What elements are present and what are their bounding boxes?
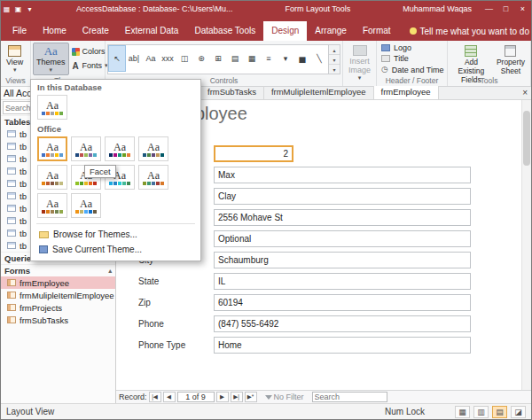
user-name[interactable]: Muhammad Waqas: [403, 4, 472, 13]
datasheet-view-button[interactable]: ▥: [473, 406, 489, 418]
record-search-input[interactable]: [312, 392, 387, 402]
command-button-icon[interactable]: xxx: [160, 46, 176, 71]
ribbon-tab-database-tools[interactable]: Database Tools: [186, 21, 263, 41]
gallery-up-icon[interactable]: ▴: [329, 45, 340, 54]
colors-icon: [72, 48, 80, 56]
label-icon[interactable]: Aa: [143, 46, 159, 71]
theme-thumbnail[interactable]: Aa: [71, 193, 101, 218]
qat-customize-icon[interactable]: ▾: [24, 5, 35, 13]
document-tab-frmemployee[interactable]: frmEmployee: [374, 86, 439, 99]
last-record-button[interactable]: ▶|: [231, 392, 243, 402]
tab-control-icon[interactable]: ◫: [176, 46, 192, 71]
hyperlink-icon[interactable]: ⊛: [193, 46, 209, 71]
save-icon[interactable]: ▣: [12, 5, 24, 13]
field-value-row-1[interactable]: 2: [214, 145, 293, 162]
field-label-phone: Phone: [116, 319, 214, 329]
previous-record-button[interactable]: ◀: [163, 392, 176, 402]
field-value-city[interactable]: Schaumburg: [214, 252, 471, 268]
field-value-row-3[interactable]: Clay: [214, 188, 471, 205]
ribbon-tab-design[interactable]: Design: [263, 21, 307, 41]
filter-status[interactable]: No Filter: [274, 393, 304, 401]
color-chip: [127, 182, 130, 185]
themes-button[interactable]: Aa Themes ▾: [33, 43, 69, 75]
document-tab-frmsubtasks[interactable]: frmSubTasks: [200, 86, 264, 99]
field-value-row-2[interactable]: Max: [214, 167, 471, 183]
theme-thumbnail[interactable]: Aa: [37, 165, 67, 190]
theme-thumbnail[interactable]: Aa: [71, 136, 101, 161]
field-value-phone-type[interactable]: Home: [214, 337, 471, 354]
field-value-state[interactable]: IL: [214, 273, 471, 290]
select-icon[interactable]: ↖: [109, 46, 125, 71]
ribbon-tab-external-data[interactable]: External Data: [117, 21, 187, 41]
theme-thumbnail[interactable]: Aa: [37, 193, 67, 218]
maximize-button[interactable]: □: [497, 1, 514, 17]
themes-office-header: Office: [31, 121, 200, 135]
navigation-control-icon[interactable]: ▤: [227, 46, 243, 71]
option-group-icon[interactable]: ▦: [244, 46, 260, 71]
theme-thumbnail[interactable]: Aa: [138, 136, 168, 161]
design-view-button[interactable]: ◪: [511, 406, 526, 418]
layout-view-button[interactable]: ▤: [492, 406, 507, 418]
line-icon[interactable]: ╲: [311, 46, 327, 71]
ribbon-tab-bar: FileHomeCreateExternal DataDatabase Tool…: [1, 17, 531, 41]
page-break-icon[interactable]: ≡: [261, 46, 277, 71]
form-view-button[interactable]: ▦: [455, 406, 470, 418]
gallery-more-icon[interactable]: ▾: [329, 65, 340, 74]
ribbon-tab-home[interactable]: Home: [35, 21, 74, 41]
divider: [36, 223, 195, 224]
nav-item-frmemployee[interactable]: frmEmployee: [1, 276, 115, 289]
theme-thumbnail[interactable]: Aa: [105, 136, 135, 161]
document-tab-frmmulipleitemlemployee[interactable]: frmMulipleItemlEmployee: [264, 86, 374, 99]
property-sheet-label-2: Sheet: [501, 66, 520, 75]
nav-item-frmprojects[interactable]: frmProjects: [1, 301, 115, 314]
nav-item-frmmulipleitemlemployee[interactable]: frmMulipleItemlEmployee: [1, 289, 115, 301]
tell-me-box[interactable]: Tell me what you want to do: [410, 21, 529, 41]
date-time-button[interactable]: ◷ Date and Time: [379, 65, 446, 75]
field-value-row-5[interactable]: Optional: [214, 230, 471, 247]
field-value-phone[interactable]: (847) 555-6492: [214, 315, 471, 332]
form-row-phone-type: Phone TypeHome: [116, 337, 519, 354]
minimize-button[interactable]: —: [481, 1, 497, 17]
view-button[interactable]: View ▾: [3, 43, 27, 75]
close-document-icon[interactable]: ×: [522, 88, 528, 97]
insert-image-button[interactable]: Insert Image ▾: [345, 43, 374, 83]
chart-icon[interactable]: ▅: [294, 46, 310, 71]
field-value-zip[interactable]: 60194: [214, 294, 471, 311]
logo-button[interactable]: Logo: [379, 43, 414, 53]
property-sheet-button[interactable]: Property Sheet: [493, 43, 528, 78]
ribbon-tab-format[interactable]: Format: [355, 21, 399, 41]
record-position[interactable]: 1 of 9: [177, 392, 215, 402]
color-chip: [80, 210, 83, 214]
new-record-button[interactable]: ▶*: [245, 392, 257, 402]
scrollbar-thumb[interactable]: [523, 111, 530, 166]
theme-thumbnail[interactable]: Aa: [138, 165, 168, 190]
theme-thumbnail[interactable]: Aa: [37, 95, 67, 120]
theme-thumbnail[interactable]: Aa: [37, 136, 67, 161]
web-browser-control-icon[interactable]: ⊞: [210, 46, 226, 71]
gallery-down-icon[interactable]: ▾: [329, 54, 340, 65]
theme-sample-text: Aa: [46, 100, 59, 111]
ribbon-tab-file[interactable]: File: [4, 21, 35, 41]
text-box-icon[interactable]: ab|: [126, 46, 142, 71]
themes-button-label: Themes: [36, 58, 66, 66]
form-row-phone: Phone(847) 555-6492: [116, 315, 519, 332]
nav-item-frmsubtasks[interactable]: frmSubTasks: [1, 314, 115, 326]
close-button[interactable]: ×: [514, 1, 531, 17]
vertical-scrollbar[interactable]: [521, 100, 531, 390]
nav-item-label: tb: [20, 204, 27, 214]
nav-item-label: tb: [20, 167, 27, 176]
next-record-button[interactable]: ▶: [216, 392, 229, 402]
field-value-row-4[interactable]: 2556 Mohave St: [214, 209, 471, 226]
theme-color-strip: [143, 153, 164, 157]
ribbon-tab-create[interactable]: Create: [74, 21, 117, 41]
nav-group-forms[interactable]: Forms ▴: [1, 264, 115, 276]
color-chip: [143, 182, 146, 185]
title-button[interactable]: Title: [379, 53, 411, 64]
first-record-button[interactable]: |◀: [149, 392, 161, 402]
browse-themes-item[interactable]: Browse for Themes...: [31, 227, 200, 242]
save-theme-item[interactable]: Save Current Theme...: [31, 242, 200, 257]
combo-box-icon[interactable]: ▾: [278, 46, 293, 71]
ribbon-tab-arrange[interactable]: Arrange: [307, 21, 355, 41]
color-chip: [59, 153, 63, 157]
tell-me-label: Tell me what you want to do: [420, 27, 529, 36]
